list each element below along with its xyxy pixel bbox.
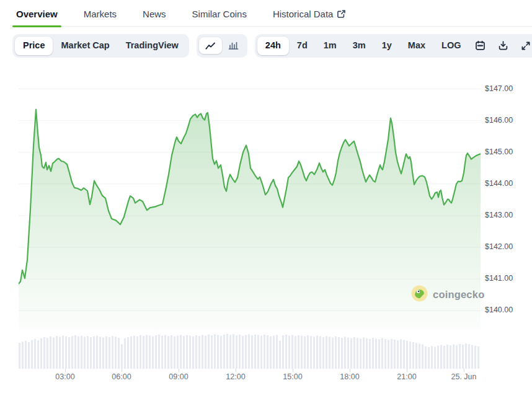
line-chart-icon-button[interactable] (199, 37, 222, 54)
bar-chart-icon (228, 41, 239, 50)
metric-button-market-cap[interactable]: Market Cap (53, 37, 117, 55)
tab-historical-data[interactable]: Historical Data (269, 5, 350, 26)
tab-overview[interactable]: Overview (12, 5, 61, 26)
bar-chart-icon-button[interactable] (222, 37, 245, 54)
expand-icon (521, 41, 531, 51)
x-axis-tick (350, 369, 350, 372)
tab-label: Historical Data (273, 9, 334, 19)
x-axis-tick-label: 09:00 (159, 372, 198, 381)
x-axis-tick (407, 369, 407, 372)
range-button-1m[interactable]: 1m (316, 37, 345, 55)
tab-label: Markets (84, 9, 117, 19)
y-axis-tick-label: $141.00 (485, 274, 513, 283)
x-axis-tick (293, 369, 293, 372)
tab-label: Overview (16, 9, 58, 19)
download-icon (498, 40, 508, 51)
range-button-log[interactable]: LOG (433, 37, 469, 55)
watermark-label: coingecko (433, 289, 484, 301)
chart-type-button-group (197, 34, 247, 58)
y-axis-tick-label: $145.00 (485, 147, 513, 156)
tab-news[interactable]: News (139, 5, 170, 26)
x-axis-tick (122, 369, 122, 372)
range-button-1y[interactable]: 1y (374, 37, 400, 55)
x-axis-tick-label: 21:00 (387, 372, 427, 381)
y-axis-tick-label: $143.00 (485, 211, 513, 219)
calendar-icon (475, 40, 485, 51)
x-axis-tick (65, 369, 66, 372)
range-button-3m[interactable]: 3m (345, 37, 374, 55)
calendar-button[interactable] (469, 37, 492, 55)
x-axis-tick (179, 369, 179, 372)
y-axis-tick-label: $146.00 (485, 116, 513, 125)
y-axis-tick-label: $147.00 (485, 84, 513, 93)
x-axis-tick (236, 369, 236, 372)
tab-bar: OverviewMarketsNewsSimilar CoinsHistoric… (12, 5, 532, 27)
volume-bars (19, 334, 479, 369)
x-axis-tick-label: 06:00 (102, 372, 141, 381)
line-chart-icon (205, 41, 216, 50)
coingecko-gecko-icon (411, 285, 428, 304)
range-button-max[interactable]: Max (400, 37, 433, 55)
volume-bars-chart[interactable] (19, 332, 481, 369)
external-link-icon (337, 9, 346, 19)
tab-similar-coins[interactable]: Similar Coins (188, 5, 250, 26)
tab-label: News (143, 9, 166, 19)
y-axis-tick-label: $140.00 (485, 306, 513, 314)
metric-button-price[interactable]: Price (15, 37, 53, 55)
x-axis-tick (464, 369, 464, 372)
chart-toolbar: PriceMarket CapTradingView 24h7d1m3m1yMa… (12, 34, 524, 58)
range-button-group: 24h7d1m3m1yMaxLOG (255, 34, 532, 58)
coingecko-watermark: coingecko (411, 285, 484, 304)
x-axis-tick-label: 25. Jun (444, 372, 484, 381)
tab-markets[interactable]: Markets (80, 5, 120, 26)
tab-label: Similar Coins (192, 9, 247, 19)
y-axis-tick-label: $142.00 (485, 242, 513, 251)
y-axis-tick-label: $144.00 (485, 179, 513, 188)
x-axis-tick-label: 15:00 (273, 372, 313, 381)
metric-button-tradingview[interactable]: TradingView (118, 37, 187, 55)
coingecko-overview-page: OverviewMarketsNewsSimilar CoinsHistoric… (0, 0, 532, 396)
x-axis-tick-label: 12:00 (216, 372, 255, 381)
metric-button-group: PriceMarket CapTradingView (12, 34, 189, 58)
x-axis-tick-label: 03:00 (45, 372, 85, 381)
download-button[interactable] (492, 37, 515, 55)
x-axis-tick-label: 18:00 (330, 372, 370, 381)
range-button-24h[interactable]: 24h (257, 37, 289, 55)
expand-button[interactable] (515, 37, 532, 55)
range-button-7d[interactable]: 7d (289, 37, 316, 55)
